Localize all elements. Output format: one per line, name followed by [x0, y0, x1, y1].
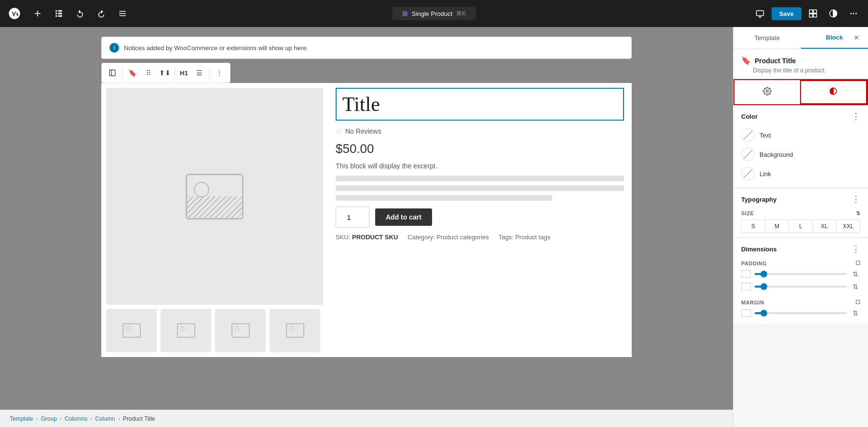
notice-icon: i [109, 43, 119, 53]
right-panel: Template Block × 🔖 Product Title Display… [733, 27, 868, 427]
block-name: Product Title [755, 57, 796, 65]
drag-handle-button[interactable]: ⠿ [141, 65, 156, 81]
panel-tabs: Template Block × [733, 27, 868, 49]
bookmark-button[interactable]: 🔖 [124, 65, 140, 81]
typography-more-button[interactable]: ⋮ [852, 194, 860, 205]
tags-value: Product tags [515, 234, 550, 241]
typography-title: Typography [741, 196, 776, 203]
redo-button[interactable] [93, 5, 110, 22]
color-text-swatch[interactable] [741, 128, 755, 142]
size-xxl-button[interactable]: XXL [837, 220, 860, 233]
add-to-cart-button[interactable]: Add to cart [375, 208, 432, 226]
margin-slider-track[interactable] [755, 312, 847, 314]
color-link-label: Link [760, 170, 771, 178]
quantity-input[interactable] [336, 207, 369, 228]
toolbar-divider-1 [122, 67, 122, 79]
undo-button[interactable] [71, 5, 89, 22]
slider-1-thumb [760, 271, 767, 277]
margin-label: MARGIN [741, 300, 764, 305]
wp-logo[interactable] [6, 5, 23, 22]
bc-columns[interactable]: Columns [65, 415, 87, 422]
slider-1-options-icon[interactable]: ⇅ [851, 269, 860, 279]
dimensions-title: Dimensions [741, 246, 777, 253]
settings-toggle-button[interactable] [804, 5, 822, 22]
bc-product-title[interactable]: Product Title [123, 415, 155, 422]
tab-template[interactable]: Template [733, 27, 801, 49]
dimensions-section-header[interactable]: Dimensions ⋮ [733, 238, 868, 258]
more-toolbar-button[interactable]: ⋮ [212, 65, 227, 81]
svg-rect-7 [814, 10, 817, 14]
margin-slider-options-icon[interactable]: ⇅ [851, 308, 860, 318]
bc-column[interactable]: Column [95, 415, 115, 422]
toggle-sidebar-button[interactable] [105, 65, 120, 81]
product-area: Title ☆ No Reviews $50.00 This block wil… [101, 83, 632, 357]
device-preview-button[interactable] [751, 5, 769, 22]
thumbnail-3[interactable] [215, 309, 266, 352]
slider-2-options-icon[interactable]: ⇅ [851, 282, 860, 291]
thumbnail-1[interactable] [106, 309, 157, 352]
category-value: Product categories [436, 234, 488, 241]
page-title: Single Product [412, 10, 453, 17]
block-desc: Display the title of a product. [753, 67, 860, 74]
close-panel-button[interactable]: × [850, 31, 863, 45]
margin-slider-thumb [760, 310, 767, 317]
skeleton-line-2 [336, 185, 624, 191]
main-product-image [106, 88, 323, 305]
dimensions-more-button[interactable]: ⋮ [852, 244, 860, 254]
product-title-block[interactable]: Title [336, 88, 624, 121]
slider-2-track[interactable] [755, 286, 847, 288]
skeleton-lines [336, 176, 624, 201]
color-text-label: Text [760, 132, 771, 139]
thumbnail-4[interactable] [270, 309, 320, 352]
star-icon: ☆ [336, 126, 342, 136]
reviews-text: No Reviews [345, 127, 381, 135]
skeleton-line-3 [336, 195, 552, 201]
bc-template[interactable]: Template [10, 415, 33, 422]
padding-row: PADDING ☐ ⇅ [733, 258, 868, 297]
color-background-swatch[interactable] [741, 148, 755, 161]
padding-label: PADDING [741, 261, 767, 266]
contrast-button[interactable] [825, 5, 842, 22]
color-section-header[interactable]: Color ⋮ [733, 105, 868, 125]
typography-section-header[interactable]: Typography ⋮ [733, 188, 868, 208]
align-button[interactable]: ☰ [192, 65, 207, 81]
svg-rect-8 [810, 14, 813, 17]
size-l-button[interactable]: L [789, 220, 813, 233]
size-s-button[interactable]: S [742, 220, 765, 233]
category-meta: Category: Product categories [407, 234, 488, 241]
more-options-button[interactable] [845, 5, 862, 22]
thumbnail-2[interactable] [161, 309, 211, 352]
product-reviews: ☆ No Reviews [336, 126, 624, 136]
svg-point-11 [850, 13, 852, 14]
list-view-button[interactable] [114, 5, 131, 22]
color-link-swatch[interactable] [741, 167, 755, 180]
svg-point-12 [853, 13, 854, 14]
slider-1-track[interactable] [755, 273, 847, 275]
shortcut-hint: ⌘K [456, 10, 466, 17]
svg-rect-6 [810, 10, 813, 14]
breadcrumb-fixed: Template › Group › Columns › Column › Pr… [0, 410, 733, 427]
move-button[interactable]: ⬆⬇ [157, 65, 173, 81]
bc-group[interactable]: Group [41, 415, 57, 422]
editor-area[interactable]: i Notices added by WooCommerce or extens… [0, 27, 733, 427]
margin-slider-row: ⇅ [741, 308, 860, 318]
add-block-button[interactable] [29, 5, 46, 22]
color-text-row: Text [733, 125, 868, 145]
slider-2-box [741, 283, 751, 290]
block-toolbar-inner: 🔖 ⠿ ⬆⬇ H1 ☰ ⋮ [101, 63, 231, 83]
tags-meta: Tags: Product tags [499, 234, 551, 241]
margin-row: MARGIN ☐ ⇅ [733, 297, 868, 324]
notice-text: Notices added by WooCommerce or extensio… [124, 44, 308, 52]
settings-style-tab[interactable] [734, 80, 800, 104]
tools-button[interactable] [50, 5, 68, 22]
size-xl-button[interactable]: XL [813, 220, 837, 233]
sku-meta: SKU: PRODUCT SKU [336, 234, 398, 241]
save-button[interactable]: Save [772, 7, 801, 20]
bc-sep-4: › [118, 415, 120, 422]
size-m-button[interactable]: M [765, 220, 789, 233]
style-style-tab[interactable] [800, 80, 868, 104]
toolbar-divider-2 [175, 67, 175, 79]
bc-sep-2: › [60, 415, 62, 422]
page-indicator[interactable]: ⊞ Single Product ⌘K [393, 7, 476, 20]
color-more-button[interactable]: ⋮ [852, 111, 860, 122]
